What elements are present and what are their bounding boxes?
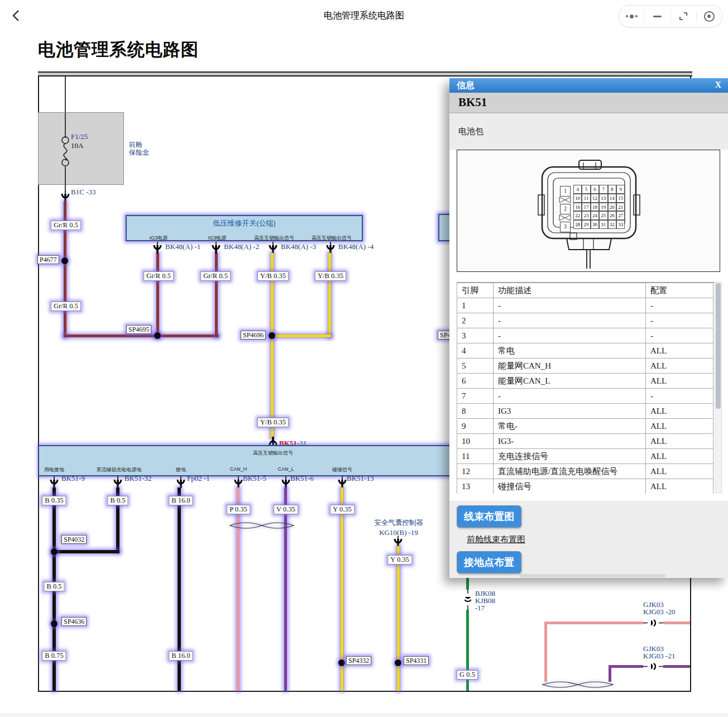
pin-cavity-32: 32 — [608, 220, 616, 229]
wire-yb-horizontal — [271, 334, 331, 337]
splice-label: SP4331 — [404, 656, 429, 665]
splice-label: P4677 — [37, 255, 59, 264]
wire-crash-2 — [397, 546, 400, 691]
connector-label-kg10[interactable]: KG10(B) -19 — [379, 529, 418, 537]
pin-cavity-1: 1 — [560, 186, 571, 197]
table-row: 8IG3ALL — [457, 404, 713, 419]
wire-spec-label: Y/B 0.35 — [315, 271, 346, 281]
pin-cavity-31: 31 — [599, 220, 607, 229]
pin-cavity-26: 26 — [608, 211, 616, 220]
pin-cavity-24: 24 — [591, 211, 599, 220]
pin-cavity-29: 29 — [582, 220, 590, 229]
wire-spec-label: Y 0.35 — [330, 505, 355, 514]
splice-dot — [269, 332, 275, 339]
connector-label-b1c[interactable]: B1C -33 — [71, 188, 95, 196]
connector-label-kjg03-21[interactable]: KJG03 -21 — [643, 652, 675, 660]
connector-label-bk48-1[interactable]: BK48(A) -1 — [165, 243, 200, 251]
panel-title: 信息 — [457, 80, 475, 92]
top-bus-bar — [38, 71, 692, 77]
footer-band — [0, 713, 728, 717]
band-top-signal-label: 高压互锁输出信号 — [253, 450, 293, 457]
fusebox-name-line2: 保险盒 — [129, 149, 149, 156]
pin-cavity-3: 3 — [560, 222, 571, 232]
band-pin-signal: 直流辅助充电电源地 — [97, 466, 142, 474]
splice-dot — [51, 548, 58, 555]
connector-label-bk51-32[interactable]: BK51-32 — [124, 475, 151, 482]
connector-label-bk48-3[interactable]: BK48(A) -3 — [281, 243, 316, 251]
wire-grr-bk48-1 — [156, 253, 159, 337]
pin-table-wrap: 引脚 功能描述 配置 1--2--3--4常电ALL5能量网CAN_HALL6能… — [457, 282, 715, 494]
top-nav: 电池管理系统电路图 — [0, 0, 728, 31]
wire-spec-label: Gr/R 0.5 — [51, 302, 81, 311]
pin-cavity-18: 18 — [591, 203, 599, 212]
pin-cavity-10: 10 — [573, 194, 582, 203]
fuse-amp-label: 10A — [71, 142, 83, 150]
splice-dot — [51, 620, 58, 627]
expand-button[interactable] — [671, 6, 696, 27]
panel-hscrollbar[interactable] — [519, 574, 665, 577]
wire-spec-label: B 0.5 — [44, 582, 64, 591]
pin-connector-icon — [325, 242, 336, 254]
wire-spec-label: G 0.5 — [457, 670, 478, 680]
connector-label-bk51-6[interactable]: BK51-6 — [290, 475, 314, 482]
pin-cavity-27: 27 — [616, 211, 625, 220]
twisted-pair-icon — [540, 678, 615, 691]
connector-label-bk48-2[interactable]: BK48(A) -2 — [224, 243, 259, 251]
pin-connector-icon — [211, 242, 221, 254]
component-title: 低压维修开关(公端) — [127, 218, 362, 228]
panel-component-row: 电池包 — [449, 114, 728, 150]
feed-wire — [65, 77, 66, 113]
connector-image-box: 1 2 3 4567891011121314151617181920212223… — [457, 150, 720, 272]
pin-signal-label: 高压互锁输出信号 — [312, 235, 352, 242]
record-icon — [704, 11, 715, 22]
pin-connector-icon — [393, 536, 403, 547]
inline-connector-icon — [643, 619, 663, 627]
harness-layout-button[interactable]: 线束布置图 — [457, 505, 521, 528]
band-pin-signal: 碰撞信号 — [332, 466, 352, 474]
scrollbar-thumb[interactable] — [716, 283, 721, 409]
more-menu-button[interactable] — [619, 6, 644, 27]
panel-connector-header: BK51 — [449, 93, 728, 113]
component-service-switch[interactable]: 低压维修开关(公端) IG3电源 IG3电源 高压互锁输出信号 高压互锁输出信号 — [126, 215, 363, 241]
inline-connector-icon — [643, 662, 663, 671]
connector-label-bk51-13[interactable]: BK51-13 — [347, 475, 373, 482]
front-harness-link[interactable]: 前舱线束布置图 — [467, 534, 525, 545]
table-row: 3-- — [457, 328, 713, 343]
wire-spec-label: Y/B 0.35 — [257, 271, 289, 281]
pin-cavity-23: 23 — [582, 211, 590, 220]
table-scrollbar[interactable] — [715, 282, 722, 493]
minimize-button[interactable] — [645, 6, 670, 27]
connector-label-kjg03-20[interactable]: KJG03 -20 — [643, 608, 675, 616]
pin-cavity-12: 12 — [591, 194, 599, 203]
connector-label-bk51-5[interactable]: BK51-5 — [243, 475, 266, 482]
wire-spec-label: B 0.35 — [42, 496, 66, 505]
pin-signal-label: IG3电源 — [150, 235, 168, 242]
record-button[interactable] — [697, 6, 722, 27]
wire-spec-label: B 16.0 — [169, 496, 193, 505]
table-row: 7-- — [457, 389, 713, 404]
table-header-row: 引脚 功能描述 配置 — [457, 283, 713, 298]
pin-cavity-20: 20 — [608, 203, 616, 212]
pin-cavity-9: 9 — [616, 185, 625, 194]
connector-label-fp02-1[interactable]: Fp02 -1 — [187, 475, 210, 482]
pin-connector-icon — [152, 242, 162, 254]
fuse-id-label[interactable]: F1/25 — [71, 133, 88, 141]
connector-label-bk51-9[interactable]: BK51-9 — [61, 475, 85, 482]
wire-spec-label: Y/B 0.35 — [257, 418, 289, 427]
table-row: 10IG3-ALL — [457, 434, 713, 449]
splice-label: SP4695 — [126, 325, 151, 334]
table-row: 13碰撞信号ALL — [457, 479, 713, 494]
pin-cavity-6: 6 — [591, 185, 599, 194]
splice-dot — [338, 659, 345, 666]
pin-cavity-33: 33 — [616, 220, 625, 229]
pin-cavity-28: 28 — [573, 220, 582, 229]
ground-point-button[interactable]: 接地点布置 — [457, 551, 521, 573]
pin-cavity-13: 13 — [599, 194, 607, 203]
fusebox-name-line1: 前舱 — [129, 141, 142, 149]
fuse-wire-bottom — [65, 166, 66, 192]
table-row: 6能量网CAN_LALL — [457, 374, 713, 389]
connector-label-bk48-4[interactable]: BK48(A) -4 — [338, 243, 373, 251]
close-icon[interactable]: X — [715, 80, 721, 90]
airbag-controller-label[interactable]: 安全气囊控制器 — [374, 519, 423, 527]
pin-signal-label: IG3电源 — [208, 235, 227, 242]
